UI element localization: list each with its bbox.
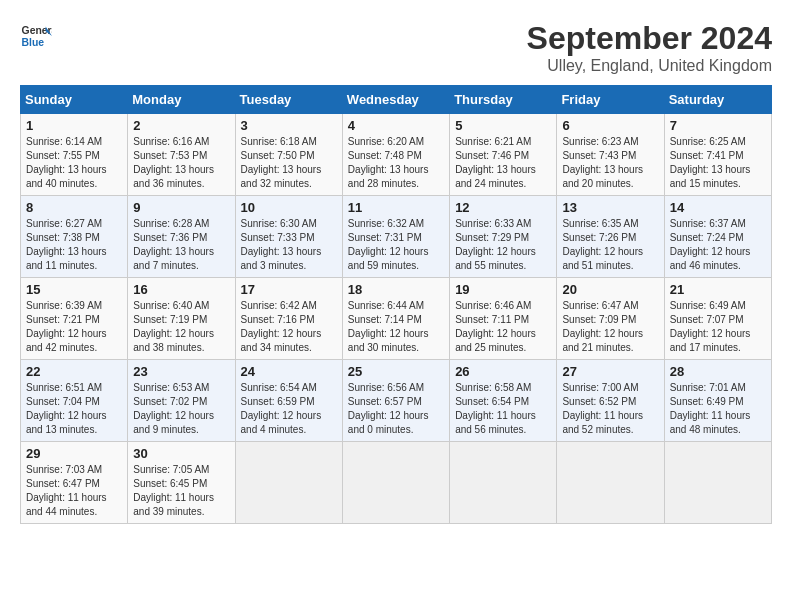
col-thursday: Thursday (450, 86, 557, 114)
day-detail: Sunrise: 6:18 AM Sunset: 7:50 PM Dayligh… (241, 135, 337, 191)
calendar-cell: 7Sunrise: 6:25 AM Sunset: 7:41 PM Daylig… (664, 114, 771, 196)
day-detail: Sunrise: 6:28 AM Sunset: 7:36 PM Dayligh… (133, 217, 229, 273)
calendar-cell: 16Sunrise: 6:40 AM Sunset: 7:19 PM Dayli… (128, 278, 235, 360)
calendar-cell: 15Sunrise: 6:39 AM Sunset: 7:21 PM Dayli… (21, 278, 128, 360)
calendar-cell: 23Sunrise: 6:53 AM Sunset: 7:02 PM Dayli… (128, 360, 235, 442)
calendar-week-row: 8Sunrise: 6:27 AM Sunset: 7:38 PM Daylig… (21, 196, 772, 278)
day-detail: Sunrise: 6:39 AM Sunset: 7:21 PM Dayligh… (26, 299, 122, 355)
day-number: 12 (455, 200, 551, 215)
day-number: 29 (26, 446, 122, 461)
calendar-cell: 11Sunrise: 6:32 AM Sunset: 7:31 PM Dayli… (342, 196, 449, 278)
calendar-cell: 27Sunrise: 7:00 AM Sunset: 6:52 PM Dayli… (557, 360, 664, 442)
day-number: 19 (455, 282, 551, 297)
day-detail: Sunrise: 6:49 AM Sunset: 7:07 PM Dayligh… (670, 299, 766, 355)
day-detail: Sunrise: 6:14 AM Sunset: 7:55 PM Dayligh… (26, 135, 122, 191)
day-detail: Sunrise: 6:56 AM Sunset: 6:57 PM Dayligh… (348, 381, 444, 437)
day-detail: Sunrise: 6:32 AM Sunset: 7:31 PM Dayligh… (348, 217, 444, 273)
day-detail: Sunrise: 7:05 AM Sunset: 6:45 PM Dayligh… (133, 463, 229, 519)
calendar-cell: 20Sunrise: 6:47 AM Sunset: 7:09 PM Dayli… (557, 278, 664, 360)
calendar-week-row: 29Sunrise: 7:03 AM Sunset: 6:47 PM Dayli… (21, 442, 772, 524)
day-detail: Sunrise: 6:53 AM Sunset: 7:02 PM Dayligh… (133, 381, 229, 437)
svg-text:Blue: Blue (22, 37, 45, 48)
day-number: 3 (241, 118, 337, 133)
day-detail: Sunrise: 7:03 AM Sunset: 6:47 PM Dayligh… (26, 463, 122, 519)
day-number: 27 (562, 364, 658, 379)
day-detail: Sunrise: 6:21 AM Sunset: 7:46 PM Dayligh… (455, 135, 551, 191)
day-number: 6 (562, 118, 658, 133)
day-number: 28 (670, 364, 766, 379)
day-detail: Sunrise: 6:46 AM Sunset: 7:11 PM Dayligh… (455, 299, 551, 355)
day-detail: Sunrise: 6:25 AM Sunset: 7:41 PM Dayligh… (670, 135, 766, 191)
calendar-week-row: 1Sunrise: 6:14 AM Sunset: 7:55 PM Daylig… (21, 114, 772, 196)
day-number: 7 (670, 118, 766, 133)
calendar-cell (450, 442, 557, 524)
calendar-cell: 2Sunrise: 6:16 AM Sunset: 7:53 PM Daylig… (128, 114, 235, 196)
day-detail: Sunrise: 6:58 AM Sunset: 6:54 PM Dayligh… (455, 381, 551, 437)
calendar-cell: 10Sunrise: 6:30 AM Sunset: 7:33 PM Dayli… (235, 196, 342, 278)
calendar-table: Sunday Monday Tuesday Wednesday Thursday… (20, 85, 772, 524)
calendar-cell: 13Sunrise: 6:35 AM Sunset: 7:26 PM Dayli… (557, 196, 664, 278)
day-number: 21 (670, 282, 766, 297)
calendar-cell: 3Sunrise: 6:18 AM Sunset: 7:50 PM Daylig… (235, 114, 342, 196)
calendar-cell (342, 442, 449, 524)
calendar-cell: 18Sunrise: 6:44 AM Sunset: 7:14 PM Dayli… (342, 278, 449, 360)
calendar-cell: 30Sunrise: 7:05 AM Sunset: 6:45 PM Dayli… (128, 442, 235, 524)
calendar-cell (557, 442, 664, 524)
day-detail: Sunrise: 6:40 AM Sunset: 7:19 PM Dayligh… (133, 299, 229, 355)
calendar-cell: 14Sunrise: 6:37 AM Sunset: 7:24 PM Dayli… (664, 196, 771, 278)
calendar-cell: 26Sunrise: 6:58 AM Sunset: 6:54 PM Dayli… (450, 360, 557, 442)
calendar-cell: 5Sunrise: 6:21 AM Sunset: 7:46 PM Daylig… (450, 114, 557, 196)
calendar-cell: 1Sunrise: 6:14 AM Sunset: 7:55 PM Daylig… (21, 114, 128, 196)
day-number: 18 (348, 282, 444, 297)
day-detail: Sunrise: 6:47 AM Sunset: 7:09 PM Dayligh… (562, 299, 658, 355)
day-number: 10 (241, 200, 337, 215)
day-number: 14 (670, 200, 766, 215)
day-number: 4 (348, 118, 444, 133)
col-sunday: Sunday (21, 86, 128, 114)
day-detail: Sunrise: 6:42 AM Sunset: 7:16 PM Dayligh… (241, 299, 337, 355)
calendar-cell: 6Sunrise: 6:23 AM Sunset: 7:43 PM Daylig… (557, 114, 664, 196)
day-number: 23 (133, 364, 229, 379)
calendar-cell: 12Sunrise: 6:33 AM Sunset: 7:29 PM Dayli… (450, 196, 557, 278)
day-number: 2 (133, 118, 229, 133)
day-number: 24 (241, 364, 337, 379)
calendar-cell: 25Sunrise: 6:56 AM Sunset: 6:57 PM Dayli… (342, 360, 449, 442)
day-detail: Sunrise: 7:00 AM Sunset: 6:52 PM Dayligh… (562, 381, 658, 437)
calendar-cell: 17Sunrise: 6:42 AM Sunset: 7:16 PM Dayli… (235, 278, 342, 360)
page-header: General Blue September 2024 Ulley, Engla… (20, 20, 772, 75)
calendar-cell: 8Sunrise: 6:27 AM Sunset: 7:38 PM Daylig… (21, 196, 128, 278)
day-number: 25 (348, 364, 444, 379)
calendar-week-row: 22Sunrise: 6:51 AM Sunset: 7:04 PM Dayli… (21, 360, 772, 442)
location: Ulley, England, United Kingdom (527, 57, 772, 75)
day-number: 9 (133, 200, 229, 215)
day-number: 20 (562, 282, 658, 297)
col-wednesday: Wednesday (342, 86, 449, 114)
month-year: September 2024 (527, 20, 772, 57)
day-detail: Sunrise: 6:44 AM Sunset: 7:14 PM Dayligh… (348, 299, 444, 355)
calendar-cell: 9Sunrise: 6:28 AM Sunset: 7:36 PM Daylig… (128, 196, 235, 278)
calendar-cell: 21Sunrise: 6:49 AM Sunset: 7:07 PM Dayli… (664, 278, 771, 360)
col-monday: Monday (128, 86, 235, 114)
day-number: 11 (348, 200, 444, 215)
col-saturday: Saturday (664, 86, 771, 114)
day-number: 22 (26, 364, 122, 379)
day-number: 30 (133, 446, 229, 461)
day-number: 17 (241, 282, 337, 297)
day-number: 26 (455, 364, 551, 379)
day-number: 8 (26, 200, 122, 215)
calendar-cell: 24Sunrise: 6:54 AM Sunset: 6:59 PM Dayli… (235, 360, 342, 442)
logo-icon: General Blue (20, 20, 52, 52)
day-detail: Sunrise: 6:35 AM Sunset: 7:26 PM Dayligh… (562, 217, 658, 273)
day-detail: Sunrise: 6:54 AM Sunset: 6:59 PM Dayligh… (241, 381, 337, 437)
day-number: 5 (455, 118, 551, 133)
calendar-cell: 28Sunrise: 7:01 AM Sunset: 6:49 PM Dayli… (664, 360, 771, 442)
day-detail: Sunrise: 6:37 AM Sunset: 7:24 PM Dayligh… (670, 217, 766, 273)
day-detail: Sunrise: 6:30 AM Sunset: 7:33 PM Dayligh… (241, 217, 337, 273)
header-row: Sunday Monday Tuesday Wednesday Thursday… (21, 86, 772, 114)
day-number: 1 (26, 118, 122, 133)
day-number: 15 (26, 282, 122, 297)
day-number: 16 (133, 282, 229, 297)
day-detail: Sunrise: 6:20 AM Sunset: 7:48 PM Dayligh… (348, 135, 444, 191)
day-detail: Sunrise: 6:27 AM Sunset: 7:38 PM Dayligh… (26, 217, 122, 273)
logo: General Blue (20, 20, 52, 52)
